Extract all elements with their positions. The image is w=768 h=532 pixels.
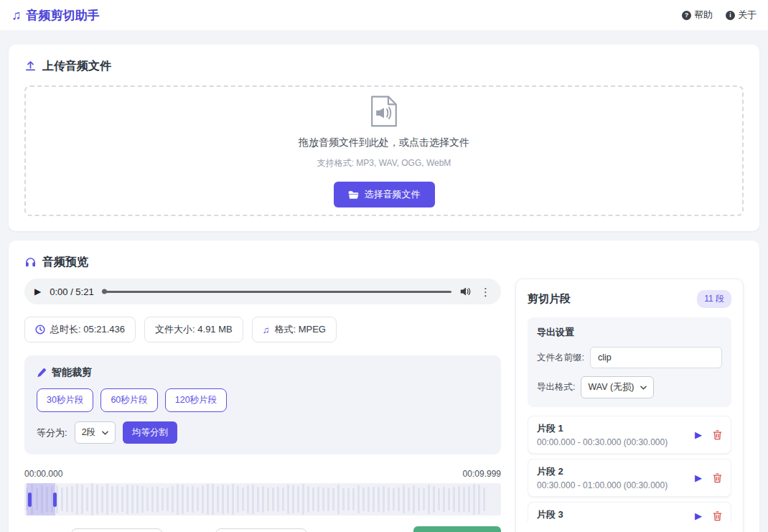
start-time-field[interactable]	[71, 528, 163, 532]
clip-name: 片段 1	[537, 422, 668, 435]
waveform-bar	[388, 487, 390, 511]
waveform-bar	[342, 488, 345, 510]
waveform-bar	[267, 487, 269, 511]
clip-play-icon[interactable]: ▶	[695, 430, 702, 439]
audio-file-icon	[369, 94, 399, 129]
waveform-bar	[302, 484, 304, 514]
waveform-bar	[76, 484, 78, 515]
waveform-bar	[393, 488, 395, 510]
clip-delete-icon[interactable]	[713, 430, 722, 440]
waveform-bar	[292, 485, 294, 513]
waveform-bar	[463, 487, 465, 512]
prefix-input[interactable]	[590, 347, 722, 368]
clips-panel: 剪切片段 11 段 导出设置 文件名前缀: 导出格式: WAV (无损)	[515, 279, 744, 532]
waveform-bar	[126, 485, 128, 514]
about-link[interactable]: i 关于	[726, 9, 757, 22]
waveform-bar	[483, 487, 485, 511]
waveform-bar	[357, 485, 360, 513]
selection-left-handle[interactable]	[28, 493, 32, 507]
waveform-bar	[156, 486, 159, 513]
waveform-bar	[347, 488, 350, 511]
export-settings: 导出设置 文件名前缀: 导出格式: WAV (无损)	[528, 317, 731, 407]
waveform-bar	[307, 486, 309, 513]
question-icon: ?	[682, 11, 691, 20]
waveform-bar	[362, 487, 365, 512]
waveform-bar	[317, 487, 319, 512]
player-menu-icon[interactable]: ⋮	[480, 286, 491, 297]
preset-30s-button[interactable]: 30秒片段	[37, 388, 93, 412]
waveform-bar	[182, 485, 184, 513]
waveform-bar	[237, 486, 239, 513]
preset-60s-button[interactable]: 60秒片段	[100, 388, 157, 412]
waveform-bar	[116, 485, 118, 513]
clip-list[interactable]: 片段 1 00:00.000 - 00:30.000 (00:30.000) ▶…	[528, 416, 731, 522]
player-seek-bar[interactable]	[103, 291, 451, 293]
player-time: 0:00 / 5:21	[50, 286, 93, 297]
player-play-icon[interactable]: ▶	[34, 287, 41, 296]
clip-delete-icon[interactable]	[713, 473, 722, 483]
clip-play-icon[interactable]: ▶	[695, 473, 702, 482]
waveform-bar	[337, 485, 339, 515]
waveform-timeline[interactable]	[24, 483, 501, 515]
help-link[interactable]: ? 帮助	[682, 9, 713, 22]
clip-row-2: 片段 2 00:30.000 - 01:00.000 (00:30.000) ▶	[528, 459, 731, 497]
waveform-bar	[423, 488, 425, 510]
waveform-bar	[86, 487, 88, 511]
preview-card: 音频预览 ▶ 0:00 / 5:21 ⋮ 总时长: 05:21.436	[9, 241, 759, 532]
folder-icon	[348, 190, 359, 200]
upload-section-title: 上传音频文件	[24, 59, 744, 74]
waveform-bar	[433, 486, 435, 512]
file-info-row: 总时长: 05:21.436 文件大小: 4.91 MB ♫ 格式: MPEG	[24, 317, 501, 342]
waveform-bar	[151, 487, 154, 512]
waveform-bar	[448, 488, 450, 511]
split-count-select[interactable]: 2段	[75, 421, 116, 444]
equal-split-button[interactable]: 均等分割	[123, 421, 177, 444]
waveform-bar	[418, 487, 420, 511]
prefix-label: 文件名前缀:	[537, 352, 584, 364]
waveform-bar	[262, 486, 264, 513]
waveform-bar	[443, 487, 445, 511]
waveform-bar	[453, 487, 455, 513]
clip-play-icon[interactable]: ▶	[695, 511, 702, 521]
volume-icon[interactable]	[460, 286, 472, 297]
clip-range: 00:00.000 - 00:30.000 (00:30.000)	[537, 437, 668, 447]
waveform-bar	[247, 485, 249, 514]
split-label: 等分为:	[37, 426, 67, 439]
music-note-icon: ♫	[263, 325, 270, 335]
timeline-start-label: 00:00.000	[24, 469, 62, 479]
waveform-bar	[378, 487, 380, 513]
waveform-bar	[478, 485, 480, 515]
clip-delete-icon[interactable]	[713, 511, 722, 521]
waveform-bar	[383, 486, 385, 513]
upload-card: 上传音频文件 拖放音频文件到此处，或点击选择文件 支持格式: MP3, WAV,…	[9, 45, 759, 231]
waveform-bar	[161, 488, 164, 510]
waveform-bar	[212, 484, 214, 515]
waveform-bar	[61, 487, 63, 511]
waveform-bar	[332, 488, 334, 511]
waveform-bar	[367, 487, 370, 513]
waveform-bar	[287, 485, 289, 515]
duration-badge: 总时长: 05:21.436	[24, 317, 136, 342]
chevron-down-icon	[640, 386, 647, 390]
audio-player[interactable]: ▶ 0:00 / 5:21 ⋮	[24, 279, 501, 304]
select-file-button[interactable]: 选择音频文件	[334, 182, 435, 207]
waveform-bar	[71, 486, 73, 513]
add-clip-button[interactable]: ＋ 添加剪切片段	[413, 526, 501, 532]
selection-right-handle[interactable]	[53, 493, 57, 507]
dropzone[interactable]: 拖放音频文件到此处，或点击选择文件 支持格式: MP3, WAV, OGG, W…	[24, 85, 744, 216]
preset-120s-button[interactable]: 120秒片段	[165, 388, 227, 412]
export-format-select[interactable]: WAV (无损)	[581, 376, 654, 398]
player-seek-thumb[interactable]	[102, 289, 107, 294]
timeline-selection[interactable]	[27, 483, 56, 515]
supported-formats-text: 支持格式: MP3, WAV, OGG, WebM	[317, 157, 451, 169]
waveform-bar	[277, 487, 279, 512]
waveform-bar	[96, 485, 98, 515]
clip-count-badge: 11 段	[697, 290, 731, 308]
end-time-field[interactable]	[215, 528, 307, 532]
about-label: 关于	[738, 9, 757, 22]
filesize-badge: 文件大小: 4.91 MB	[144, 317, 243, 342]
waveform-bar	[66, 487, 68, 512]
waveform-bar	[282, 487, 284, 510]
waveform-bar	[297, 486, 299, 512]
waveform-bar	[197, 487, 199, 511]
